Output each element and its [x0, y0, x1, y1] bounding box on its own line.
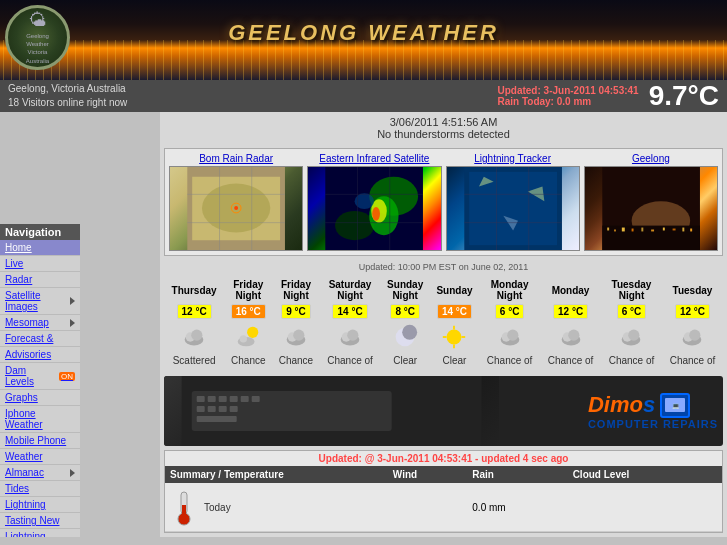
visitors-text: 18 Visitors online right now: [8, 96, 127, 110]
desc-friday: Chance: [272, 353, 319, 368]
temp-badge: 6 °C: [495, 304, 525, 319]
sidebar-item-almanac[interactable]: Almanac: [0, 465, 80, 481]
day-monday: Monday: [540, 278, 601, 302]
sidebar-item-satellite[interactable]: Satellite Images: [0, 288, 80, 315]
svg-rect-38: [663, 228, 665, 231]
geelong-image[interactable]: [584, 166, 718, 251]
svg-rect-37: [651, 229, 654, 231]
icon-row: [164, 321, 723, 353]
temp-sunday-night: 8 °C: [381, 302, 430, 321]
thermometer-icon: [169, 487, 199, 527]
day-friday: FridayNight: [272, 278, 319, 302]
forecast-section: Thursday FridayNight FridayNight Saturda…: [160, 274, 727, 372]
geelong-link[interactable]: Geelong: [632, 153, 670, 164]
computer-icon: 💻: [660, 393, 690, 418]
icon-friday-night: [224, 321, 272, 353]
day-tuesday-night: TuesdayNight: [601, 278, 662, 302]
summary-temp-value: Today: [204, 502, 231, 513]
desc-thursday: Scattered: [164, 353, 224, 368]
svg-rect-41: [690, 229, 692, 232]
cloud-icon: [282, 323, 310, 351]
lightning-image[interactable]: [446, 166, 580, 251]
radar-panel-geelong: Geelong: [584, 153, 718, 251]
sidebar-item-forecast[interactable]: Forecast &: [0, 331, 80, 347]
sidebar-item-graphs[interactable]: Graphs: [0, 390, 80, 406]
temp-tuesday-night: 6 °C: [601, 302, 662, 321]
lightning-tracker-link[interactable]: Lightning Tracker: [474, 153, 551, 164]
sidebar-item-dam-levels[interactable]: Dam Levels ON: [0, 363, 80, 390]
updated-info: Updated: 3-Jun-2011 04:53:41 Rain Today:…: [497, 85, 638, 107]
day-monday-night: MondayNight: [479, 278, 540, 302]
bom-radar-image[interactable]: [169, 166, 303, 251]
col-cloud: Cloud Level: [568, 466, 722, 483]
icon-tuesday: [662, 321, 723, 353]
sidebar-item-advisories[interactable]: Advisories: [0, 347, 80, 363]
logo-text: Geelong Weather Victoria Australia: [26, 33, 49, 64]
svg-point-44: [191, 330, 202, 341]
updated-value: 3-Jun-2011 04:53:41: [544, 85, 639, 96]
radar-panel-lightning: Lightning Tracker: [446, 153, 580, 251]
temp-badge: 12 °C: [553, 304, 588, 319]
desc-row: Scattered Chance Chance Chance of Clear …: [164, 353, 723, 368]
sidebar-item-live[interactable]: Live: [0, 256, 80, 272]
icon-sunday-night: [381, 321, 430, 353]
navigation: Navigation Home Live Radar Satellite Ima…: [0, 224, 80, 537]
infrared-image[interactable]: [307, 166, 441, 251]
sidebar-item-home[interactable]: Home: [0, 240, 80, 256]
temp-badge: 9 °C: [281, 304, 311, 319]
temp-tuesday: 12 °C: [662, 302, 723, 321]
summary-data-row: Today 0.0 mm: [165, 483, 722, 532]
temp-friday-night: 16 °C: [224, 302, 272, 321]
svg-rect-39: [672, 229, 675, 231]
summary-cloud-cell: [568, 483, 722, 532]
radar-panel-bom: Bom Rain Radar: [169, 153, 303, 251]
svg-point-10: [335, 211, 374, 240]
temp-monday: 12 °C: [540, 302, 601, 321]
svg-rect-76: [208, 396, 216, 402]
ad-background: [164, 376, 499, 446]
day-friday-night: FridayNight: [224, 278, 272, 302]
sidebar-item-tides[interactable]: Tides: [0, 481, 80, 497]
svg-point-50: [293, 330, 304, 341]
dam-badge: ON: [59, 372, 75, 381]
cloud-icon: [557, 323, 585, 351]
moon-icon: [391, 323, 419, 351]
svg-rect-78: [230, 396, 238, 402]
bom-rain-radar-link[interactable]: Bom Rain Radar: [199, 153, 273, 164]
status-info: Updated: 3-Jun-2011 04:53:41 Rain Today:…: [497, 80, 719, 112]
desc-monday: Chance of: [540, 353, 601, 368]
ad-brand-name: Dimos: [588, 392, 655, 418]
cloud-icon: [617, 323, 645, 351]
svg-rect-32: [607, 228, 609, 231]
info-bar: Geelong, Victoria Australia 18 Visitors …: [0, 80, 727, 112]
sidebar-item-tasting[interactable]: Tasting New: [0, 513, 80, 529]
content-area: Navigation Home Live Radar Satellite Ima…: [0, 112, 727, 537]
sidebar-item-lightning2[interactable]: Lightning: [0, 529, 80, 537]
col-wind: Wind: [388, 466, 468, 483]
ad-banner[interactable]: Dimos 💻 COMPUTER REPAIRS: [164, 376, 723, 446]
svg-rect-77: [219, 396, 227, 402]
temp-row: 12 °C 16 °C 9 °C 14 °C 8 °C 14 °C 6 °C 1…: [164, 302, 723, 321]
summary-header-row: Summary / Temperature Wind Rain Cloud Le…: [165, 466, 722, 483]
sidebar-item-mobile[interactable]: Mobile Phone: [0, 433, 80, 449]
sidebar-item-radar[interactable]: Radar: [0, 272, 80, 288]
svg-point-72: [690, 330, 701, 341]
radar-updated: Updated: 10:00 PM EST on June 02, 2011: [160, 260, 727, 274]
sun-icon: [440, 323, 468, 351]
svg-point-63: [507, 330, 518, 341]
sidebar-item-iphone[interactable]: Iphone Weather: [0, 406, 80, 433]
sidebar-item-lightning[interactable]: Lightning: [0, 497, 80, 513]
svg-rect-79: [241, 396, 249, 402]
col-summary: Summary / Temperature: [165, 466, 388, 483]
svg-point-53: [347, 330, 358, 341]
summary-rain-cell: 0.0 mm: [467, 483, 567, 532]
infrared-satellite-link[interactable]: Eastern Infrared Satellite: [319, 153, 429, 164]
sidebar-item-mesomap[interactable]: Mesomap: [0, 315, 80, 331]
sidebar-item-weather[interactable]: Weather: [0, 449, 80, 465]
summary-wind-cell: [388, 483, 468, 532]
svg-rect-36: [641, 228, 643, 232]
svg-rect-40: [682, 228, 684, 232]
nav-scroll[interactable]: Home Live Radar Satellite Images Mesomap…: [0, 240, 80, 537]
icon-saturday: [320, 321, 381, 353]
icon-thursday: [164, 321, 224, 353]
